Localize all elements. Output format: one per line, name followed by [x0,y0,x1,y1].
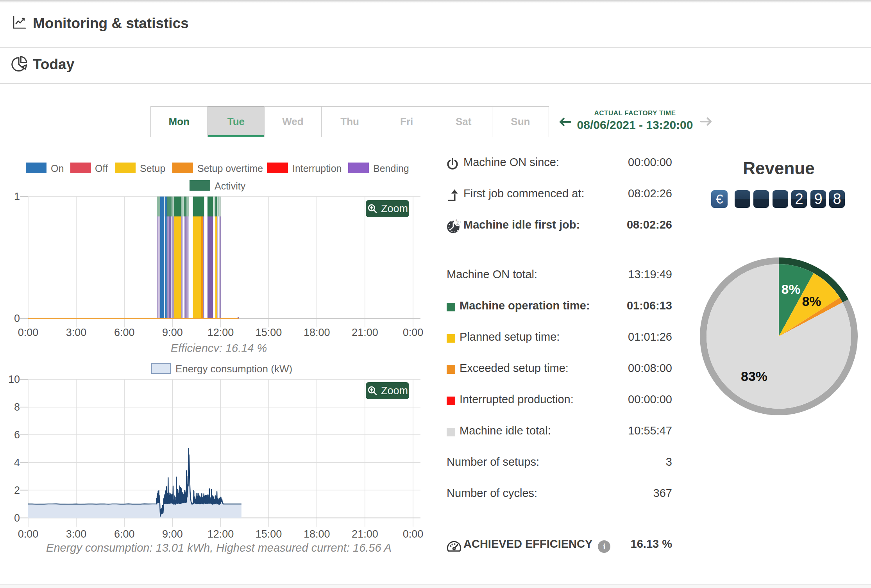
svg-text:8%: 8% [802,294,821,309]
svg-text:83%: 83% [741,369,767,384]
svg-text:8%: 8% [781,282,800,297]
